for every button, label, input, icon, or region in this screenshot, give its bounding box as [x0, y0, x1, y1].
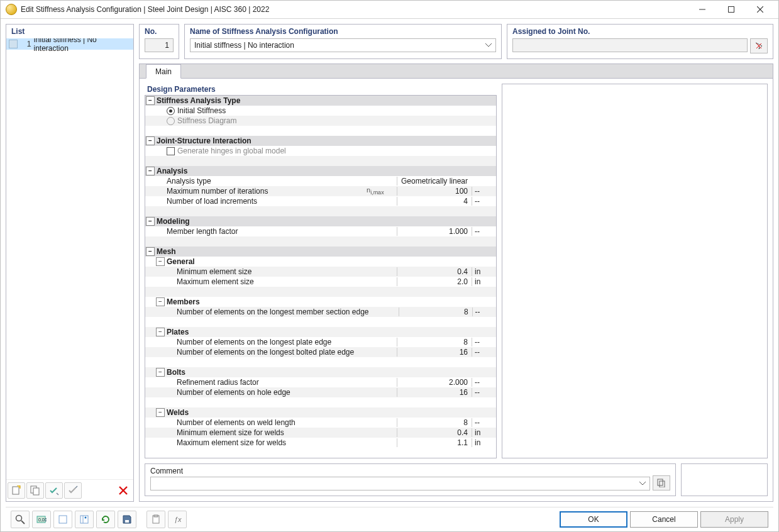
comment-copy-button[interactable]: [653, 475, 670, 490]
value-analysis-type[interactable]: Geometrically linear: [397, 177, 472, 186]
value-members-elements[interactable]: 8: [399, 308, 472, 316]
param-members-elements: Number of elements on the longest member…: [175, 308, 369, 316]
list-item-num: 1: [20, 40, 31, 48]
collapse-icon[interactable]: −: [156, 257, 165, 266]
collapse-icon[interactable]: −: [156, 297, 165, 306]
radio-initial-stiffness[interactable]: Initial Stiffness: [165, 106, 367, 115]
chevron-down-icon: [485, 43, 492, 47]
clipboard-button[interactable]: [146, 511, 165, 528]
param-max-iterations: Maximum number of iterations: [165, 187, 367, 196]
svg-rect-6: [33, 488, 39, 495]
collapse-icon[interactable]: −: [146, 167, 155, 175]
magnifier-icon: [15, 514, 25, 524]
unit: in: [472, 438, 496, 447]
collapse-icon[interactable]: −: [146, 96, 155, 105]
assigned-input[interactable]: [512, 38, 748, 52]
svg-rect-4: [13, 487, 19, 494]
value-refinement-radius[interactable]: 2.000: [397, 378, 472, 387]
tab-main[interactable]: Main: [146, 64, 181, 79]
check-in-icon: [49, 485, 59, 496]
units-icon: 0,00: [36, 514, 47, 524]
group-mesh-welds: Welds: [165, 408, 367, 417]
value-load-increments[interactable]: 4: [397, 197, 472, 206]
collapse-icon[interactable]: −: [146, 217, 155, 226]
no-panel: No. 1: [139, 24, 179, 59]
view1-button[interactable]: [53, 511, 72, 528]
doc-tree-icon: [79, 514, 89, 524]
function-button[interactable]: ƒx: [168, 511, 187, 528]
apply-button[interactable]: Apply: [700, 511, 768, 528]
delete-button[interactable]: [114, 482, 132, 499]
duplicate-icon: [30, 485, 40, 496]
maximize-button[interactable]: [717, 1, 746, 18]
value-member-length-factor[interactable]: 1.000: [397, 227, 472, 236]
value-bolted-plate-elements[interactable]: 16: [397, 348, 472, 357]
list-item-swatch: [9, 40, 18, 48]
close-window-button[interactable]: [746, 1, 775, 18]
unit: --: [472, 227, 496, 236]
value-max-iterations[interactable]: 100: [397, 187, 472, 196]
function-icon: ƒx: [172, 514, 182, 524]
radio-stiffness-diagram[interactable]: Stiffness Diagram: [165, 116, 367, 125]
list-item[interactable]: 1 Initial stiffness | No interaction: [6, 38, 133, 50]
find-button[interactable]: [11, 511, 30, 528]
cancel-label: Cancel: [652, 515, 675, 524]
delete-icon: [119, 486, 128, 495]
save-button[interactable]: [118, 511, 136, 528]
window-titlebar: Edit Stiffness Analysis Configuration | …: [1, 1, 778, 19]
preview-panel: [502, 84, 768, 458]
value-max-weld-size[interactable]: 1.1: [397, 438, 472, 447]
param-weld-length-elements: Number of elements on weld length: [175, 418, 367, 427]
doc-icon: [58, 514, 68, 524]
radio-label: Initial Stiffness: [177, 106, 226, 115]
new-button[interactable]: [8, 482, 25, 499]
unit: in: [472, 428, 496, 437]
unit: --: [472, 197, 496, 206]
check-generate-hinges[interactable]: Generate hinges in global model: [165, 147, 367, 155]
param-min-element-size: Minimum element size: [175, 267, 367, 276]
unit: --: [472, 308, 496, 316]
no-input[interactable]: 1: [145, 38, 174, 52]
list-toolbar: [6, 479, 133, 501]
maximize-icon: [728, 6, 734, 13]
value-min-element-size[interactable]: 0.4: [397, 267, 472, 276]
view2-button[interactable]: [75, 511, 94, 528]
pick-joint-button[interactable]: [750, 38, 768, 53]
ok-button[interactable]: OK: [560, 511, 627, 528]
param-load-increments: Number of load increments: [165, 197, 367, 206]
value-weld-length-elements[interactable]: 8: [397, 418, 472, 427]
svg-text:ƒx: ƒx: [174, 516, 182, 523]
value-max-element-size[interactable]: 2.0: [397, 277, 472, 286]
value-hole-edge-elements[interactable]: 16: [397, 388, 472, 397]
refresh-button[interactable]: [96, 511, 115, 528]
param-bolted-plate-elements: Number of elements on the longest bolted…: [175, 348, 367, 357]
svg-point-13: [16, 516, 22, 521]
clipboard-icon: [151, 514, 161, 524]
duplicate-button[interactable]: [26, 482, 44, 499]
unit: in: [472, 267, 496, 276]
unit: --: [472, 348, 496, 357]
group-modeling: Modeling: [155, 217, 367, 226]
collapse-icon[interactable]: −: [146, 136, 155, 145]
value-min-weld-size[interactable]: 0.4: [397, 428, 472, 437]
collapse-icon[interactable]: −: [156, 328, 165, 336]
section-design-parameters: Design Parameters: [145, 84, 497, 95]
cancel-button[interactable]: Cancel: [630, 511, 698, 528]
svg-rect-17: [59, 516, 67, 523]
collapse-icon[interactable]: −: [156, 368, 165, 377]
collapse-icon[interactable]: −: [146, 247, 155, 256]
group-joint-structure-interaction: Joint-Structure Interaction: [155, 136, 367, 145]
exclude-button[interactable]: [64, 482, 82, 499]
window: Edit Stiffness Analysis Configuration | …: [0, 0, 779, 532]
param-member-length-factor: Member length factor: [165, 227, 367, 236]
comment-combo[interactable]: [150, 477, 650, 490]
chevron-down-icon: [639, 482, 646, 485]
include-button[interactable]: [45, 482, 63, 499]
name-combo[interactable]: Initial stiffness | No interaction: [190, 38, 496, 52]
value-plate-elements[interactable]: 8: [397, 338, 472, 346]
group-mesh: Mesh: [155, 247, 367, 256]
collapse-icon[interactable]: −: [156, 408, 165, 417]
units-button[interactable]: 0,00: [32, 511, 51, 528]
ok-label: OK: [588, 515, 599, 524]
minimize-button[interactable]: [688, 1, 717, 18]
